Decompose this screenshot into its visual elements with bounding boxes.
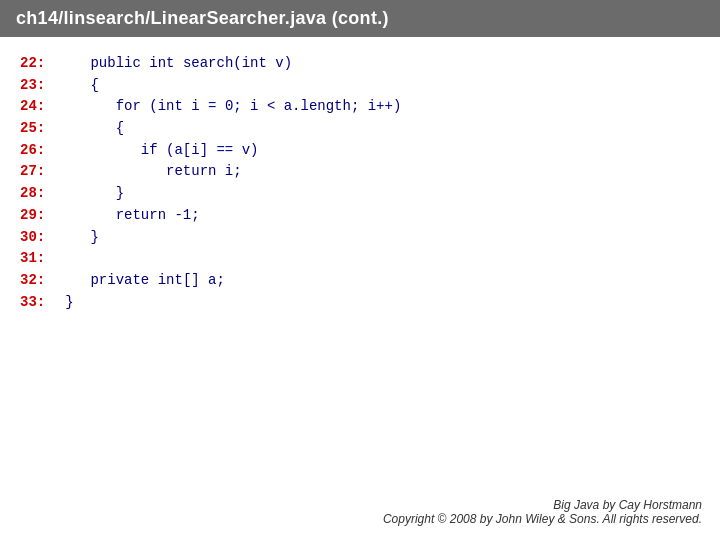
- table-row: 26: if (a[i] == v): [20, 140, 401, 162]
- table-row: 22: public int search(int v): [20, 53, 401, 75]
- line-number: 23:: [20, 75, 65, 97]
- table-row: 23: {: [20, 75, 401, 97]
- code-line: for (int i = 0; i < a.length; i++): [65, 96, 401, 118]
- table-row: 32: private int[] a;: [20, 270, 401, 292]
- code-area: 22: public int search(int v)23: {24: for…: [0, 37, 720, 329]
- code-line: return -1;: [65, 205, 401, 227]
- line-number: 25:: [20, 118, 65, 140]
- line-number: 32:: [20, 270, 65, 292]
- code-line: return i;: [65, 161, 401, 183]
- table-row: 24: for (int i = 0; i < a.length; i++): [20, 96, 401, 118]
- line-number: 28:: [20, 183, 65, 205]
- slide-title: ch14/linsearch/LinearSearcher.java (cont…: [0, 0, 720, 37]
- line-number: 26:: [20, 140, 65, 162]
- line-number: 27:: [20, 161, 65, 183]
- table-row: 31:: [20, 248, 401, 270]
- code-line: [65, 248, 401, 270]
- code-line: }: [65, 227, 401, 249]
- code-line: }: [65, 183, 401, 205]
- code-line: public int search(int v): [65, 53, 401, 75]
- footer-line1: Big Java by Cay Horstmann: [383, 498, 702, 512]
- table-row: 27: return i;: [20, 161, 401, 183]
- footer-line2: Copyright © 2008 by John Wiley & Sons. A…: [383, 512, 702, 526]
- code-table: 22: public int search(int v)23: {24: for…: [20, 53, 401, 313]
- line-number: 22:: [20, 53, 65, 75]
- code-line: private int[] a;: [65, 270, 401, 292]
- table-row: 29: return -1;: [20, 205, 401, 227]
- line-number: 31:: [20, 248, 65, 270]
- line-number: 24:: [20, 96, 65, 118]
- code-line: {: [65, 75, 401, 97]
- line-number: 30:: [20, 227, 65, 249]
- table-row: 25: {: [20, 118, 401, 140]
- code-line: if (a[i] == v): [65, 140, 401, 162]
- table-row: 28: }: [20, 183, 401, 205]
- code-line: {: [65, 118, 401, 140]
- footer: Big Java by Cay Horstmann Copyright © 20…: [383, 498, 702, 526]
- table-row: 33:}: [20, 292, 401, 314]
- table-row: 30: }: [20, 227, 401, 249]
- code-line: }: [65, 292, 401, 314]
- line-number: 29:: [20, 205, 65, 227]
- line-number: 33:: [20, 292, 65, 314]
